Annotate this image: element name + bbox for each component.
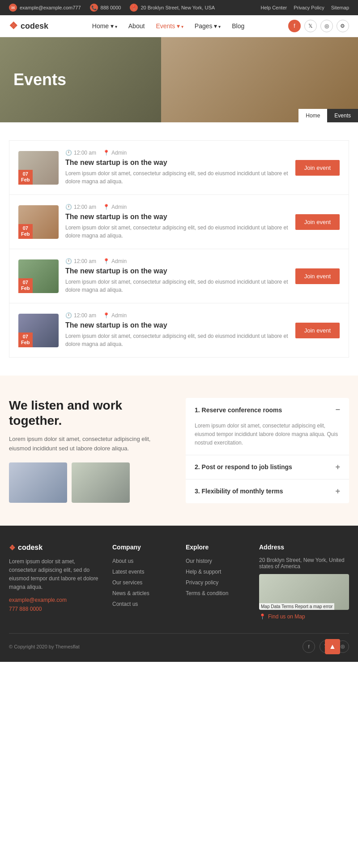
- twitter-icon[interactable]: 𝕏: [304, 20, 317, 32]
- privacy-policy-link[interactable]: Privacy Policy: [294, 5, 324, 10]
- facebook-icon[interactable]: f: [288, 20, 301, 32]
- event-item: 07 Feb 🕛 12:00 am 📍 Admin The new startu…: [9, 303, 349, 357]
- social-icons: f 𝕏 ◎ ⚙: [288, 20, 349, 32]
- breadcrumb-events: Events: [327, 109, 358, 122]
- join-event-button-3[interactable]: Join event: [295, 268, 340, 284]
- footer-link-latest-events[interactable]: Latest events: [112, 569, 144, 575]
- events-section: 07 Feb 🕛 12:00 am 📍 Admin The new startu…: [0, 122, 358, 376]
- contact-phone: 📞 888 0000: [90, 4, 121, 12]
- map-pin-icon: 📍: [259, 613, 266, 620]
- hero-title: Events: [13, 70, 66, 89]
- together-title: We listen and work together.: [9, 398, 172, 428]
- footer-link-terms[interactable]: Terms & condition: [186, 590, 228, 596]
- clock-icon: 🕛: [65, 150, 72, 156]
- sitemap-link[interactable]: Sitemap: [331, 5, 349, 10]
- footer-address-col: Address 20 Broklyn Street, New York, Uni…: [259, 544, 349, 620]
- accordion-body-1: Lorem ipsum dolor sit amet, consectetur …: [186, 422, 349, 455]
- footer-facebook-icon[interactable]: f: [303, 640, 315, 653]
- event-time-2: 🕛 12:00 am: [65, 204, 96, 210]
- accordion-header-3[interactable]: 3. Flexibility of monthly terms +: [186, 479, 349, 503]
- accordion-icon-3: +: [335, 487, 340, 496]
- event-info-2: 🕛 12:00 am 📍 Admin The new startup is on…: [65, 204, 289, 240]
- footer-brand-col: ❖ codesk Lorem ipsum dolor sit amet, con…: [9, 544, 99, 620]
- map-icon: 📍: [130, 4, 138, 12]
- footer-company-col: Company About us Latest events Our servi…: [112, 544, 172, 620]
- footer: ❖ codesk Lorem ipsum dolor sit amet, con…: [0, 526, 358, 662]
- nav-home[interactable]: Home ▾: [92, 22, 117, 30]
- event-image-wrap-2: 07 Feb: [18, 205, 59, 239]
- nav-pages[interactable]: Pages ▾: [195, 22, 221, 30]
- gear-icon[interactable]: ⚙: [337, 20, 349, 32]
- nav-blog[interactable]: Blog: [232, 22, 244, 30]
- join-event-button-4[interactable]: Join event: [295, 323, 340, 338]
- footer-explore-heading: Explore: [186, 544, 246, 551]
- event-author-4: 📍 Admin: [103, 312, 127, 319]
- footer-map-label: Map Data Terms Report a map error: [259, 603, 334, 610]
- event-author-1: 📍 Admin: [103, 150, 127, 156]
- event-info-3: 🕛 12:00 am 📍 Admin The new startup is on…: [65, 258, 289, 294]
- clock-icon: 🕛: [65, 204, 72, 210]
- accordion-title-1: 1. Reserve conference rooms: [195, 406, 282, 414]
- footer-link-history[interactable]: Our history: [186, 558, 212, 564]
- instagram-icon[interactable]: ◎: [320, 20, 333, 32]
- footer-link-help[interactable]: Help & support: [186, 569, 221, 575]
- logo[interactable]: ❖ codesk: [9, 20, 48, 32]
- user-icon: 📍: [103, 150, 110, 156]
- copyright: © Copyright 2020 by Themesflat: [9, 644, 80, 649]
- event-image-wrap: 07 Feb: [18, 151, 59, 185]
- accordion: 1. Reserve conference rooms − Lorem ipsu…: [186, 398, 349, 503]
- together-image-1: [9, 462, 67, 503]
- event-desc-3: Lorem ipsum dolor sit amet, consectetur …: [65, 278, 289, 294]
- event-date-badge-1: 07 Feb: [18, 170, 33, 184]
- event-author-3: 📍 Admin: [103, 258, 127, 264]
- footer-bottom-wrap: © Copyright 2020 by Themesflat f 𝕏 ◎ ▲: [9, 633, 349, 653]
- accordion-header-2[interactable]: 2. Post or respond to job listings +: [186, 455, 349, 479]
- footer-phone: 777 888 0000: [9, 606, 42, 612]
- event-time-4: 🕛 12:00 am: [65, 312, 96, 319]
- footer-link-news-articles[interactable]: News & articles: [112, 590, 149, 596]
- footer-logo-icon: ❖: [9, 544, 15, 552]
- footer-logo: ❖ codesk: [9, 544, 99, 552]
- logo-text: codesk: [21, 22, 48, 31]
- footer-link-privacy[interactable]: Privacy policy: [186, 579, 218, 586]
- map-pin-icon: 📍: [103, 312, 110, 319]
- event-info-1: 🕛 12:00 am 📍 Admin The new startup is on…: [65, 150, 289, 186]
- event-meta-3: 🕛 12:00 am 📍 Admin: [65, 258, 289, 264]
- together-right: 1. Reserve conference rooms − Lorem ipsu…: [186, 398, 349, 503]
- nav-about[interactable]: About: [128, 22, 145, 30]
- help-center-link[interactable]: Help Center: [260, 5, 287, 10]
- footer-map-inner: Map Data Terms Report a map error: [259, 574, 349, 610]
- accordion-header-1[interactable]: 1. Reserve conference rooms −: [186, 398, 349, 422]
- find-map-link[interactable]: 📍 Find us on Map: [259, 613, 349, 620]
- accordion-icon-2: +: [335, 462, 340, 472]
- footer-map[interactable]: Map Data Terms Report a map error: [259, 574, 349, 610]
- event-image-wrap-4: 07 Feb: [18, 314, 59, 347]
- breadcrumb-home[interactable]: Home: [298, 109, 327, 122]
- event-desc-1: Lorem ipsum dolor sit amet, consectetur …: [65, 169, 289, 186]
- join-event-button-1[interactable]: Join event: [295, 160, 340, 176]
- footer-link-about-us[interactable]: About us: [112, 558, 133, 564]
- together-inner: We listen and work together. Lorem ipsum…: [9, 398, 349, 503]
- footer-link-contact-us[interactable]: Contact us: [112, 601, 138, 607]
- accordion-icon-1: −: [335, 405, 340, 415]
- together-desc: Lorem ipsum dolor sit amet, consectetur …: [9, 435, 172, 453]
- together-section: We listen and work together. Lorem ipsum…: [0, 376, 358, 526]
- logo-icon: ❖: [9, 20, 18, 32]
- footer-logo-text: codesk: [18, 544, 43, 552]
- hero-section: Events Home Events: [0, 37, 358, 122]
- footer-address-text: 20 Broklyn Street, New York, United stat…: [259, 557, 349, 570]
- join-event-button-2[interactable]: Join event: [295, 214, 340, 230]
- event-item: 07 Feb 🕛 12:00 am 📍 Admin The new startu…: [9, 141, 349, 195]
- back-to-top-button[interactable]: ▲: [325, 639, 340, 654]
- footer-bottom: © Copyright 2020 by Themesflat f 𝕏 ◎ ▲: [9, 633, 349, 653]
- events-list: 07 Feb 🕛 12:00 am 📍 Admin The new startu…: [9, 140, 349, 358]
- phone-icon: 📞: [90, 4, 98, 12]
- footer-email[interactable]: example@example.com: [9, 597, 99, 603]
- breadcrumb: Home Events: [298, 109, 358, 122]
- footer-link-our-services[interactable]: Our services: [112, 579, 142, 586]
- footer-address-heading: Address: [259, 544, 349, 551]
- map-pin-icon: 📍: [103, 204, 110, 210]
- top-bar-left: ✉ example@example.com777 📞 888 0000 📍 20…: [9, 4, 215, 12]
- accordion-item-1: 1. Reserve conference rooms − Lorem ipsu…: [186, 398, 349, 455]
- nav-events[interactable]: Events ▾: [156, 22, 183, 30]
